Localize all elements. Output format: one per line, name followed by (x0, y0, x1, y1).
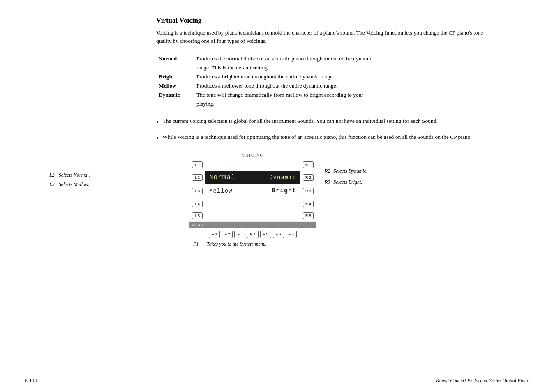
bullet-item-2: •While voicing is a technique used for o… (156, 133, 496, 143)
display-header: VOICING (189, 152, 316, 159)
voicing-name: Mellow (157, 82, 194, 90)
l2-button[interactable]: L 2 (192, 174, 203, 181)
display-row-5: L 5 R 5 (189, 210, 316, 222)
right-btn-col-3: R 3 (300, 184, 316, 198)
display-panel-wrapper: VOICING L 1 R 1 (189, 152, 316, 247)
f1-note: F1 Takes you to the System menu. (193, 241, 316, 247)
display-center-2: Normal Dynamic (205, 171, 300, 184)
voicing-row-dynamic-2: playing. (157, 100, 496, 108)
left-btn-col-5: L 5 (189, 210, 205, 221)
f5-button[interactable]: F 5 (260, 231, 271, 238)
display-row-3: L 3 Mellow Bright R 3 (189, 184, 316, 198)
left-btn-col-3: L 3 (189, 184, 205, 198)
right-annotation-r3: R3Selects Bright. (325, 179, 367, 185)
f7-button[interactable]: F 7 (286, 231, 297, 238)
l1-button[interactable]: L 1 (192, 161, 203, 168)
r5-button[interactable]: R 5 (303, 212, 314, 219)
bullet-item-1: •The current voicing selection is global… (156, 117, 496, 127)
dynamic-label: Dynamic (269, 174, 296, 181)
annotation-key: L3 (49, 182, 55, 188)
display-center-4 (205, 198, 300, 210)
annotation-desc: Selects Mellow. (59, 182, 89, 188)
product-name: Kawai Concert Performer Series Digital P… (436, 378, 529, 384)
voicing-desc-line1: Produces the normal timbre of an acousti… (195, 55, 496, 63)
left-btn-col-1: L 1 (189, 159, 205, 171)
r2-button[interactable]: R 2 (303, 174, 314, 181)
r1-button[interactable]: R 1 (303, 161, 314, 168)
voicing-desc-line2: range. This is the default setting. (195, 64, 496, 72)
page-footer: P. 108 Kawai Concert Performer Series Di… (25, 374, 529, 384)
display-row-2: L 2 Normal Dynamic R 2 (189, 171, 316, 184)
annotation-key: L2 (49, 172, 55, 178)
right-btn-col-2: R 2 (300, 171, 316, 184)
left-annotations: L2Selects Normal.L3Selects Mellow. (49, 172, 90, 191)
voicing-name: Dynamic (157, 91, 194, 99)
page-number: P. 108 (25, 378, 37, 384)
voicing-row-normal-2: range. This is the default setting. (157, 64, 496, 72)
mellow-label: Mellow (209, 188, 232, 194)
voicing-row-dynamic: DynamicThe tone will change dramatically… (157, 91, 496, 99)
diagram-area: L2Selects Normal.L3Selects Mellow. VOICI… (156, 152, 496, 247)
display-panel: VOICING L 1 R 1 (189, 152, 316, 228)
l5-button[interactable]: L 5 (192, 212, 203, 219)
right-btn-col-5: R 5 (300, 210, 316, 221)
bullet-text: The current voicing selection is global … (163, 117, 496, 125)
voicing-row-bright: BrightProduces a brighter tone throughou… (157, 73, 496, 81)
f1-key: F1 (193, 241, 199, 247)
normal-label: Normal (209, 174, 235, 181)
voicing-desc: Produces a mellower tone throughout the … (195, 82, 496, 90)
voicing-name: Bright (157, 73, 194, 81)
right-btn-col-1: R 1 (300, 159, 316, 171)
right-annotations: R2Selects Dynamic.R3Selects Bright. (325, 168, 367, 190)
voicing-desc-line1: The tone will change dramatically from m… (195, 91, 496, 99)
display-center-5 (205, 210, 300, 221)
right-btn-col-4: R 4 (300, 198, 316, 210)
l3-button[interactable]: L 3 (192, 188, 203, 194)
f1-desc: Takes you to the System menu. (207, 241, 267, 247)
voicing-desc: Produces a brighter tone throughout the … (195, 73, 496, 81)
annotation-desc: Selects Bright. (333, 179, 362, 185)
display-row-4: L 4 R 4 (189, 198, 316, 210)
left-annotation-l2: L2Selects Normal. (49, 172, 90, 178)
f4-button[interactable]: F 4 (247, 231, 258, 238)
page: Virtual Voicing Voicing is a technique u… (0, 0, 554, 392)
r3-button[interactable]: R 3 (303, 188, 314, 194)
voicing-row-mellow: MellowProduces a mellower tone throughou… (157, 82, 496, 90)
voicing-row-normal: NormalProduces the normal timbre of an a… (157, 55, 496, 63)
f2-button[interactable]: F 2 (222, 231, 233, 238)
intro-text: Voicing is a technique used by piano tec… (156, 29, 496, 46)
bullet-dot: • (156, 134, 159, 143)
left-annotation-l3: L3Selects Mellow. (49, 182, 90, 188)
voicing-desc-line2: playing. (195, 100, 496, 108)
bullet-text: While voicing is a technique used for op… (163, 133, 496, 141)
f-buttons: F 1 F 2 F 3 F 4 F 5 F 6 F 7 (189, 231, 316, 238)
content-area: Virtual Voicing Voicing is a technique u… (156, 16, 496, 247)
annotation-desc: Selects Normal. (59, 172, 90, 178)
bright-label: Bright (272, 187, 296, 194)
voicing-table: NormalProduces the normal timbre of an a… (156, 54, 496, 109)
annotation-key: R3 (325, 179, 330, 185)
annotation-desc: Selects Dynamic. (333, 168, 367, 174)
f1-button[interactable]: F 1 (209, 231, 220, 238)
l4-button[interactable]: L 4 (192, 201, 203, 207)
left-btn-col-2: L 2 (189, 171, 205, 184)
diagram-with-right: VOICING L 1 R 1 (156, 152, 496, 247)
f3-button[interactable]: F 3 (234, 231, 245, 238)
bullet-points: •The current voicing selection is global… (156, 117, 496, 143)
voicing-name: Normal (157, 55, 194, 63)
menu-bar: MENU (189, 222, 316, 228)
left-btn-col-4: L 4 (189, 198, 205, 210)
display-center-3: Mellow Bright (205, 184, 300, 198)
section-title: Virtual Voicing (156, 16, 496, 25)
right-annotation-r2: R2Selects Dynamic. (325, 168, 367, 174)
bullet-dot: • (156, 118, 159, 127)
display-center-1 (205, 159, 300, 171)
annotation-key: R2 (325, 168, 330, 174)
display-row-1: L 1 R 1 (189, 159, 316, 171)
f6-button[interactable]: F 6 (273, 231, 284, 238)
r4-button[interactable]: R 4 (303, 201, 314, 207)
